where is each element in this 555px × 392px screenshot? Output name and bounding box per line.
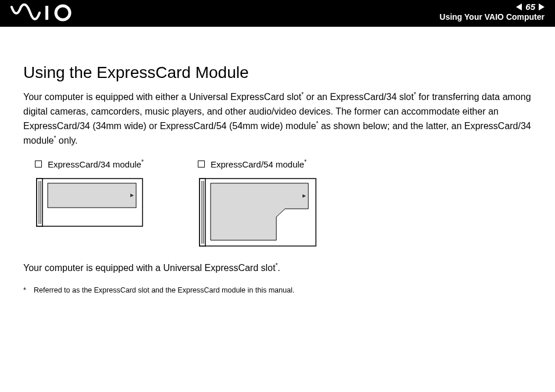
- equipped-line: Your computer is equipped with a Univers…: [23, 261, 532, 276]
- module-34-label: ExpressCard/34 module: [48, 159, 141, 169]
- page-content: Using the ExpressCard Module Your comput…: [0, 27, 555, 294]
- expresscard-34-icon: [35, 175, 145, 233]
- footnote-mark: *: [23, 286, 34, 294]
- module-54-label: ExpressCard/54 module: [211, 159, 304, 169]
- page-number: 65: [525, 2, 535, 12]
- svg-point-1: [56, 6, 70, 20]
- svg-rect-3: [37, 179, 42, 226]
- svg-rect-0: [45, 6, 48, 20]
- intro-paragraph: Your computer is equipped with either a …: [23, 90, 532, 148]
- next-page-icon[interactable]: [539, 3, 545, 10]
- expresscard-54-icon: [198, 175, 320, 251]
- svg-rect-9: [200, 179, 205, 246]
- module-54: ExpressCard/54 module*: [198, 159, 320, 251]
- module-34: ExpressCard/34 module*: [35, 159, 145, 251]
- svg-rect-6: [48, 183, 136, 208]
- vaio-logo: [10, 3, 74, 22]
- module-illustrations: ExpressCard/34 module* ExpressCard/54 mo…: [35, 159, 532, 251]
- footnote-text: Referred to as the ExpressCard slot and …: [34, 286, 294, 294]
- header-bar: 65 Using Your VAIO Computer: [0, 0, 555, 27]
- page-navigator: 65: [440, 2, 545, 12]
- bullet-icon: [35, 161, 42, 168]
- prev-page-icon[interactable]: [516, 3, 522, 10]
- footnote: *Referred to as the ExpressCard slot and…: [23, 286, 532, 294]
- section-label: Using Your VAIO Computer: [440, 12, 545, 22]
- bullet-icon: [198, 161, 205, 168]
- page-title: Using the ExpressCard Module: [23, 63, 532, 82]
